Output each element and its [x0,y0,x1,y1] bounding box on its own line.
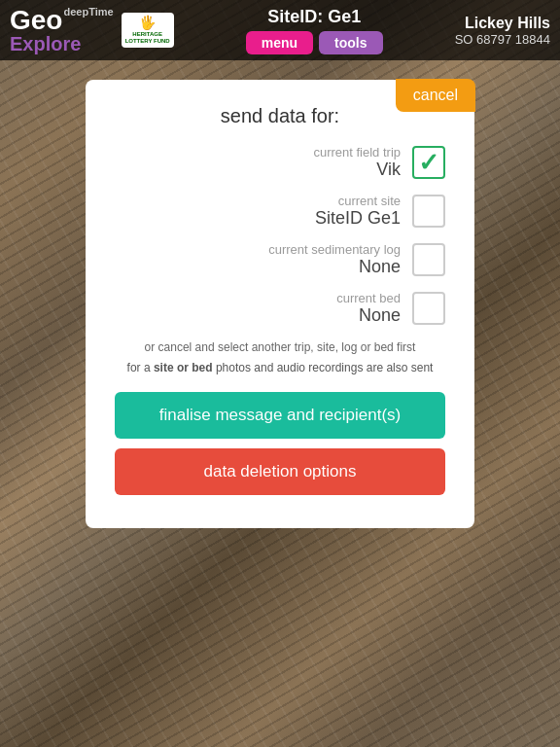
data-row-1: current siteSiteID Ge1 [115,194,445,229]
row-label-1: current site [315,194,401,208]
tools-button[interactable]: tools [319,31,382,54]
helper-text: or cancel and select another trip, site,… [115,339,445,356]
row-value-1: SiteID Ge1 [315,208,401,229]
data-row-0: current field tripVik✓ [115,145,445,180]
delete-button[interactable]: data deletion options [115,448,445,495]
header: GeodeepTime Explore 🖐 HERITAGE LOTTERY F… [0,0,560,60]
bold-phrase: site or bed [154,361,213,374]
row-value-3: None [336,305,401,326]
row-value-0: Vik [313,160,401,180]
data-row-2: current sedimentary logNone [115,242,445,277]
checkbox-2[interactable] [412,243,445,276]
row-value-2: None [268,257,401,277]
logo: GeodeepTime Explore [10,7,114,53]
helper-text-bold: for a site or bed photos and audio recor… [115,360,445,376]
cancel-button[interactable]: cancel [396,79,475,112]
checkbox-0[interactable]: ✓ [412,146,445,179]
logo-deeptime: deepTime [63,6,113,18]
row-label-0: current field trip [313,145,401,160]
checkbox-3[interactable] [412,292,445,325]
bold-suffix: photos and audio recordings are also sen… [213,361,434,374]
data-row-3: current bedNone [115,291,445,326]
logo-area: GeodeepTime Explore 🖐 HERITAGE LOTTERY F… [10,7,174,53]
finalise-button[interactable]: finalise message and recipient(s) [115,392,445,439]
logo-explore-text: Explore [10,34,114,53]
main-card: cancel send data for: current field trip… [86,80,474,528]
menu-button[interactable]: menu [246,31,313,54]
header-center: SiteID: Ge1 menu tools [174,7,455,54]
row-label-3: current bed [336,291,401,305]
checkbox-1[interactable] [412,195,445,228]
nav-buttons: menu tools [246,31,383,54]
lottery-badge: 🖐 HERITAGE LOTTERY FUND [122,13,174,47]
checkmark-icon-0: ✓ [418,150,439,175]
row-label-2: current sedimentary log [268,242,401,257]
site-id-label: SiteID: Ge1 [267,7,361,27]
data-rows: current field tripVik✓current siteSiteID… [115,145,445,326]
lottery-hand-icon: 🖐 [139,15,156,31]
card-title: send data for: [115,105,445,127]
location-name: Lickey Hills [455,15,550,32]
location-coords: SO 68797 18844 [455,32,550,47]
header-right: Lickey Hills SO 68797 18844 [455,15,550,47]
logo-geo-text: Geo [10,5,62,35]
